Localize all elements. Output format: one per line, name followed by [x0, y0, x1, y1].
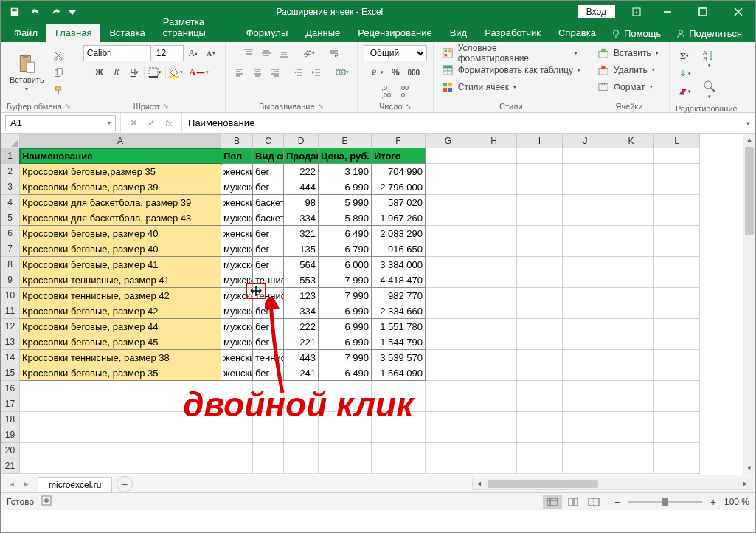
- cell[interactable]: [372, 458, 426, 474]
- col-header[interactable]: C: [253, 134, 284, 148]
- cell[interactable]: [372, 412, 426, 427]
- cell[interactable]: [563, 350, 608, 365]
- cell[interactable]: [471, 226, 517, 241]
- cell[interactable]: 221: [284, 334, 319, 350]
- cell[interactable]: [563, 210, 608, 226]
- cell[interactable]: [471, 365, 517, 381]
- cell[interactable]: [426, 458, 471, 474]
- cell[interactable]: бег: [253, 319, 284, 334]
- row-header[interactable]: 1: [1, 148, 20, 164]
- cell[interactable]: [517, 272, 563, 288]
- cell[interactable]: [608, 195, 654, 210]
- cell[interactable]: [426, 272, 471, 288]
- cell[interactable]: 7 990: [319, 272, 372, 288]
- cell[interactable]: 704 990: [372, 164, 426, 179]
- row-header[interactable]: 13: [1, 334, 20, 350]
- zoom-label[interactable]: 100 %: [724, 497, 749, 507]
- cell[interactable]: [654, 257, 700, 272]
- cell[interactable]: [426, 257, 471, 272]
- decrease-font-icon[interactable]: A▾: [203, 45, 219, 61]
- cell[interactable]: 4 418 470: [372, 272, 426, 288]
- name-box-dropdown-icon[interactable]: ▾: [108, 120, 111, 126]
- cell[interactable]: [319, 443, 372, 458]
- cell[interactable]: Цена, руб.: [319, 148, 372, 164]
- cell[interactable]: [253, 381, 284, 396]
- close-button[interactable]: [721, 1, 755, 23]
- cell[interactable]: 6 490: [319, 226, 372, 241]
- view-normal-icon[interactable]: [543, 495, 562, 509]
- cell[interactable]: 2 334 660: [372, 303, 426, 319]
- col-header[interactable]: A: [20, 134, 221, 148]
- cell[interactable]: [426, 443, 471, 458]
- paste-button[interactable]: Вставить ▾: [7, 52, 47, 94]
- cell[interactable]: [253, 458, 284, 474]
- cell[interactable]: женский: [221, 164, 253, 179]
- cell[interactable]: 2 796 000: [372, 179, 426, 195]
- qat-customize-icon[interactable]: [67, 3, 77, 21]
- cell[interactable]: [654, 272, 700, 288]
- cell[interactable]: [284, 381, 319, 396]
- row-header[interactable]: 18: [1, 412, 20, 427]
- cell[interactable]: [654, 350, 700, 365]
- cell[interactable]: [654, 210, 700, 226]
- row-header[interactable]: 17: [1, 396, 20, 412]
- cell[interactable]: [20, 427, 221, 443]
- cell[interactable]: [654, 427, 700, 443]
- tab-review[interactable]: Рецензирование: [349, 24, 440, 42]
- cell[interactable]: [20, 443, 221, 458]
- tab-developer[interactable]: Разработчик: [476, 24, 549, 42]
- cell[interactable]: [517, 381, 563, 396]
- cell[interactable]: мужской: [221, 272, 253, 288]
- cell[interactable]: [426, 179, 471, 195]
- cell[interactable]: [253, 427, 284, 443]
- cell[interactable]: [517, 195, 563, 210]
- cell[interactable]: теннис: [253, 350, 284, 365]
- sheet-tab[interactable]: microexcel.ru: [38, 477, 112, 492]
- col-header[interactable]: G: [426, 134, 471, 148]
- cell[interactable]: [426, 319, 471, 334]
- font-dlg-icon[interactable]: ⤡: [163, 103, 169, 110]
- cell[interactable]: женский: [221, 350, 253, 365]
- macro-record-icon[interactable]: [41, 495, 52, 508]
- decrease-decimal-icon[interactable]: ,00,0: [396, 83, 412, 100]
- cell[interactable]: [471, 319, 517, 334]
- cell[interactable]: Кроссовки беговые, размер 44: [20, 319, 221, 334]
- tab-view[interactable]: Вид: [441, 24, 476, 42]
- cell[interactable]: [608, 288, 654, 303]
- cell[interactable]: Кроссовки теннисные, размер 42: [20, 288, 221, 303]
- cell[interactable]: [471, 396, 517, 412]
- worksheet-grid[interactable]: ABCDEFGHIJKL1НаименованиеПолВид спортаПр…: [1, 134, 755, 475]
- cell[interactable]: [471, 241, 517, 257]
- cell[interactable]: [471, 303, 517, 319]
- cell[interactable]: бег: [253, 164, 284, 179]
- cell[interactable]: теннис: [253, 272, 284, 288]
- tab-help[interactable]: Справка: [549, 24, 605, 42]
- cell[interactable]: [426, 365, 471, 381]
- cell[interactable]: Пол: [221, 148, 253, 164]
- cell[interactable]: теннис: [253, 288, 284, 303]
- cell[interactable]: 98: [284, 195, 319, 210]
- row-header[interactable]: 11: [1, 303, 20, 319]
- col-header[interactable]: B: [221, 134, 253, 148]
- cell[interactable]: [426, 427, 471, 443]
- cell[interactable]: [608, 412, 654, 427]
- cell[interactable]: 6 490: [319, 365, 372, 381]
- maximize-button[interactable]: [686, 1, 720, 23]
- number-format-select[interactable]: Общий: [364, 45, 427, 61]
- cell[interactable]: Кроссовки для баскетбола, размер 43: [20, 210, 221, 226]
- cell[interactable]: [426, 381, 471, 396]
- cell[interactable]: [563, 148, 608, 164]
- cell[interactable]: 982 770: [372, 288, 426, 303]
- zoom-in-icon[interactable]: +: [707, 496, 720, 508]
- cell[interactable]: [517, 226, 563, 241]
- borders-icon[interactable]: ▾: [146, 64, 164, 80]
- cell[interactable]: [654, 365, 700, 381]
- cell[interactable]: [221, 381, 253, 396]
- sort-filter-icon[interactable]: AЯ▾: [699, 45, 720, 72]
- cell[interactable]: 7 990: [319, 350, 372, 365]
- cell[interactable]: [319, 412, 372, 427]
- bold-icon[interactable]: Ж: [91, 64, 107, 80]
- cell[interactable]: [608, 210, 654, 226]
- cell[interactable]: 916 650: [372, 241, 426, 257]
- undo-icon[interactable]: [26, 3, 45, 21]
